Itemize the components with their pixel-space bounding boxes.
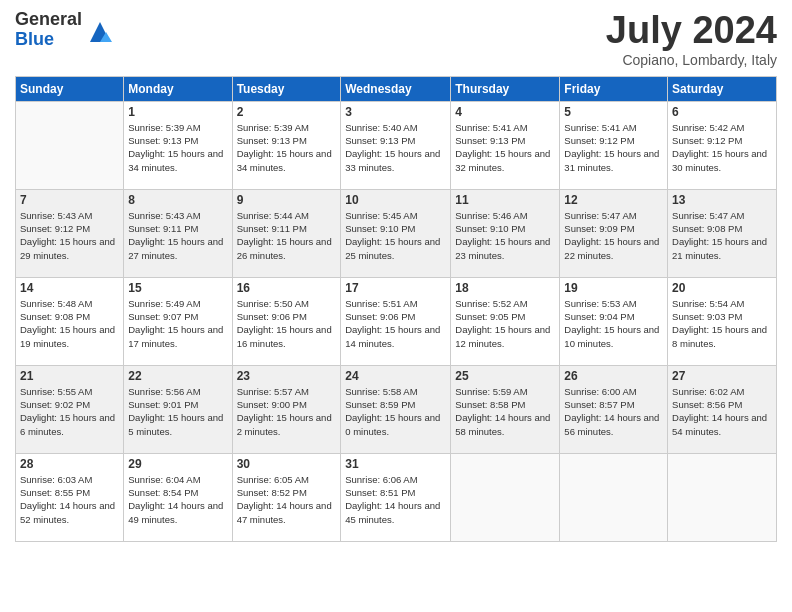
- day-cell: 14Sunrise: 5:48 AMSunset: 9:08 PMDayligh…: [16, 277, 124, 365]
- sunrise-text: Sunrise: 5:41 AM: [564, 122, 636, 133]
- day-cell: 27Sunrise: 6:02 AMSunset: 8:56 PMDayligh…: [668, 365, 777, 453]
- sunrise-text: Sunrise: 5:55 AM: [20, 386, 92, 397]
- day-number: 16: [237, 281, 337, 295]
- sunset-text: Sunset: 9:12 PM: [20, 223, 90, 234]
- day-number: 28: [20, 457, 119, 471]
- sunset-text: Sunset: 8:51 PM: [345, 487, 415, 498]
- day-info: Sunrise: 5:53 AMSunset: 9:04 PMDaylight:…: [564, 297, 663, 350]
- logo-text: General Blue: [15, 10, 82, 50]
- sunset-text: Sunset: 9:12 PM: [564, 135, 634, 146]
- day-cell: 31Sunrise: 6:06 AMSunset: 8:51 PMDayligh…: [341, 453, 451, 541]
- daylight-text: Daylight: 15 hours and 5 minutes.: [128, 412, 223, 436]
- day-number: 1: [128, 105, 227, 119]
- sunrise-text: Sunrise: 5:49 AM: [128, 298, 200, 309]
- daylight-text: Daylight: 15 hours and 22 minutes.: [564, 236, 659, 260]
- day-number: 24: [345, 369, 446, 383]
- day-info: Sunrise: 5:49 AMSunset: 9:07 PMDaylight:…: [128, 297, 227, 350]
- daylight-text: Daylight: 14 hours and 58 minutes.: [455, 412, 550, 436]
- header: General Blue July 2024 Copiano, Lombardy…: [15, 10, 777, 68]
- day-cell: 22Sunrise: 5:56 AMSunset: 9:01 PMDayligh…: [124, 365, 232, 453]
- sunset-text: Sunset: 9:03 PM: [672, 311, 742, 322]
- sunset-text: Sunset: 9:10 PM: [455, 223, 525, 234]
- sunset-text: Sunset: 9:11 PM: [128, 223, 198, 234]
- week-row-1: 7Sunrise: 5:43 AMSunset: 9:12 PMDaylight…: [16, 189, 777, 277]
- day-number: 15: [128, 281, 227, 295]
- day-info: Sunrise: 5:41 AMSunset: 9:12 PMDaylight:…: [564, 121, 663, 174]
- day-cell: [560, 453, 668, 541]
- day-info: Sunrise: 5:39 AMSunset: 9:13 PMDaylight:…: [237, 121, 337, 174]
- sunrise-text: Sunrise: 6:03 AM: [20, 474, 92, 485]
- sunrise-text: Sunrise: 5:46 AM: [455, 210, 527, 221]
- day-cell: 28Sunrise: 6:03 AMSunset: 8:55 PMDayligh…: [16, 453, 124, 541]
- day-number: 11: [455, 193, 555, 207]
- day-info: Sunrise: 5:46 AMSunset: 9:10 PMDaylight:…: [455, 209, 555, 262]
- daylight-text: Daylight: 14 hours and 56 minutes.: [564, 412, 659, 436]
- sunset-text: Sunset: 8:56 PM: [672, 399, 742, 410]
- page: General Blue July 2024 Copiano, Lombardy…: [0, 0, 792, 612]
- col-wednesday: Wednesday: [341, 76, 451, 101]
- day-cell: 12Sunrise: 5:47 AMSunset: 9:09 PMDayligh…: [560, 189, 668, 277]
- sunset-text: Sunset: 8:52 PM: [237, 487, 307, 498]
- sunrise-text: Sunrise: 6:02 AM: [672, 386, 744, 397]
- sunset-text: Sunset: 9:07 PM: [128, 311, 198, 322]
- day-info: Sunrise: 5:48 AMSunset: 9:08 PMDaylight:…: [20, 297, 119, 350]
- week-row-2: 14Sunrise: 5:48 AMSunset: 9:08 PMDayligh…: [16, 277, 777, 365]
- day-info: Sunrise: 5:45 AMSunset: 9:10 PMDaylight:…: [345, 209, 446, 262]
- day-info: Sunrise: 6:05 AMSunset: 8:52 PMDaylight:…: [237, 473, 337, 526]
- day-info: Sunrise: 5:57 AMSunset: 9:00 PMDaylight:…: [237, 385, 337, 438]
- sunrise-text: Sunrise: 5:44 AM: [237, 210, 309, 221]
- day-number: 2: [237, 105, 337, 119]
- day-cell: 24Sunrise: 5:58 AMSunset: 8:59 PMDayligh…: [341, 365, 451, 453]
- day-cell: [451, 453, 560, 541]
- sunset-text: Sunset: 9:08 PM: [672, 223, 742, 234]
- day-info: Sunrise: 6:02 AMSunset: 8:56 PMDaylight:…: [672, 385, 772, 438]
- sunrise-text: Sunrise: 5:39 AM: [237, 122, 309, 133]
- col-monday: Monday: [124, 76, 232, 101]
- day-number: 18: [455, 281, 555, 295]
- day-cell: 23Sunrise: 5:57 AMSunset: 9:00 PMDayligh…: [232, 365, 341, 453]
- daylight-text: Daylight: 15 hours and 29 minutes.: [20, 236, 115, 260]
- logo: General Blue: [15, 10, 114, 50]
- day-cell: 29Sunrise: 6:04 AMSunset: 8:54 PMDayligh…: [124, 453, 232, 541]
- day-info: Sunrise: 5:54 AMSunset: 9:03 PMDaylight:…: [672, 297, 772, 350]
- daylight-text: Daylight: 15 hours and 6 minutes.: [20, 412, 115, 436]
- logo-general: General: [15, 10, 82, 30]
- week-row-0: 1Sunrise: 5:39 AMSunset: 9:13 PMDaylight…: [16, 101, 777, 189]
- daylight-text: Daylight: 15 hours and 0 minutes.: [345, 412, 440, 436]
- location: Copiano, Lombardy, Italy: [606, 52, 777, 68]
- day-cell: 9Sunrise: 5:44 AMSunset: 9:11 PMDaylight…: [232, 189, 341, 277]
- sunset-text: Sunset: 9:13 PM: [345, 135, 415, 146]
- sunrise-text: Sunrise: 6:05 AM: [237, 474, 309, 485]
- sunrise-text: Sunrise: 5:51 AM: [345, 298, 417, 309]
- sunrise-text: Sunrise: 5:57 AM: [237, 386, 309, 397]
- sunrise-text: Sunrise: 5:43 AM: [20, 210, 92, 221]
- sunset-text: Sunset: 9:08 PM: [20, 311, 90, 322]
- day-info: Sunrise: 5:50 AMSunset: 9:06 PMDaylight:…: [237, 297, 337, 350]
- day-number: 6: [672, 105, 772, 119]
- sunrise-text: Sunrise: 5:59 AM: [455, 386, 527, 397]
- day-cell: 7Sunrise: 5:43 AMSunset: 9:12 PMDaylight…: [16, 189, 124, 277]
- daylight-text: Daylight: 14 hours and 52 minutes.: [20, 500, 115, 524]
- day-cell: [668, 453, 777, 541]
- day-info: Sunrise: 5:47 AMSunset: 9:08 PMDaylight:…: [672, 209, 772, 262]
- sunset-text: Sunset: 9:12 PM: [672, 135, 742, 146]
- sunset-text: Sunset: 9:13 PM: [128, 135, 198, 146]
- sunset-text: Sunset: 9:06 PM: [237, 311, 307, 322]
- daylight-text: Daylight: 15 hours and 16 minutes.: [237, 324, 332, 348]
- sunset-text: Sunset: 9:13 PM: [237, 135, 307, 146]
- daylight-text: Daylight: 15 hours and 10 minutes.: [564, 324, 659, 348]
- day-cell: [16, 101, 124, 189]
- daylight-text: Daylight: 14 hours and 45 minutes.: [345, 500, 440, 524]
- day-cell: 8Sunrise: 5:43 AMSunset: 9:11 PMDaylight…: [124, 189, 232, 277]
- sunset-text: Sunset: 8:59 PM: [345, 399, 415, 410]
- day-cell: 6Sunrise: 5:42 AMSunset: 9:12 PMDaylight…: [668, 101, 777, 189]
- day-number: 30: [237, 457, 337, 471]
- day-number: 9: [237, 193, 337, 207]
- sunrise-text: Sunrise: 5:42 AM: [672, 122, 744, 133]
- sunset-text: Sunset: 9:06 PM: [345, 311, 415, 322]
- header-row: Sunday Monday Tuesday Wednesday Thursday…: [16, 76, 777, 101]
- sunset-text: Sunset: 9:02 PM: [20, 399, 90, 410]
- day-info: Sunrise: 5:56 AMSunset: 9:01 PMDaylight:…: [128, 385, 227, 438]
- day-cell: 17Sunrise: 5:51 AMSunset: 9:06 PMDayligh…: [341, 277, 451, 365]
- col-sunday: Sunday: [16, 76, 124, 101]
